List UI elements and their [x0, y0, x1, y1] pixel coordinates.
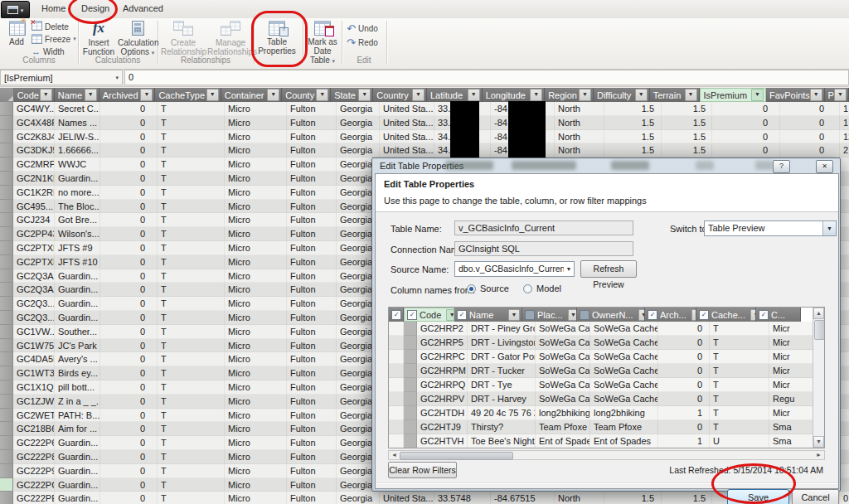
cell-code[interactable]: GC222PC: [13, 478, 55, 492]
cell-name[interactable]: Guardin...: [55, 492, 100, 504]
column-header-state[interactable]: State▼: [331, 88, 373, 102]
cell-code[interactable]: GC4DA5E: [13, 352, 55, 366]
cell-p[interactable]: [840, 241, 849, 255]
preview-row[interactable]: GC2HRPCDRT - Gator PondSoWeGa Ca...SoWeG…: [389, 350, 824, 364]
scrollbar-thumb[interactable]: [400, 452, 513, 460]
row-header[interactable]: [0, 366, 13, 380]
cell-container[interactable]: Micro: [225, 492, 287, 504]
row-header[interactable]: [0, 213, 13, 227]
row-header[interactable]: [0, 409, 13, 423]
cell-p[interactable]: 12: [840, 130, 849, 144]
cell-code[interactable]: GC2PP43: [13, 227, 55, 241]
row-header[interactable]: [0, 352, 13, 366]
cell-cachetype[interactable]: T: [158, 102, 225, 116]
preview-cell[interactable]: SoWeGa Ca...: [536, 350, 590, 364]
cell-archived[interactable]: 0: [100, 311, 158, 325]
preview-cell[interactable]: T: [710, 378, 769, 392]
cell-region[interactable]: North: [555, 116, 604, 130]
cell-county[interactable]: Fulton: [287, 325, 337, 339]
preview-row[interactable]: GC2HRPMDRT - TuckerSoWeGa Ca...SoWeGa Ca…: [389, 364, 824, 378]
cell-name[interactable]: Birds ey...: [55, 366, 100, 380]
filter-dropdown-icon[interactable]: ▼: [40, 89, 52, 101]
scroll-right-icon[interactable]: ►: [813, 451, 824, 459]
preview-cell[interactable]: Micr: [769, 350, 814, 364]
preview-vertical-scrollbar[interactable]: ▲ ▼: [813, 308, 824, 448]
cell-archived[interactable]: 0: [100, 380, 158, 395]
preview-cell[interactable]: Team Pfoxe: [590, 420, 658, 434]
cell-name[interactable]: Guardin...: [55, 172, 100, 186]
row-header[interactable]: [0, 172, 13, 186]
add-column-button[interactable]: ✳ Add: [3, 21, 30, 46]
cell-name[interactable]: Guardin...: [55, 297, 100, 311]
cell-archived[interactable]: 0: [100, 269, 158, 284]
radio-model[interactable]: Model: [523, 284, 561, 293]
cell-p[interactable]: [840, 213, 849, 227]
preview-cell[interactable]: T: [710, 322, 769, 336]
cell-p[interactable]: [840, 227, 849, 241]
cell-county[interactable]: Fulton: [287, 436, 337, 450]
row-header[interactable]: [0, 186, 13, 200]
insert-function-button[interactable]: fx Insert Function: [80, 21, 117, 56]
preview-cell[interactable]: 1: [658, 434, 710, 448]
cell-code[interactable]: GC4X48F: [13, 116, 55, 130]
refresh-preview-button[interactable]: Refresh Preview: [580, 260, 637, 278]
cell-p[interactable]: [840, 325, 849, 339]
cell-p[interactable]: [840, 297, 849, 311]
cell-container[interactable]: Micro: [225, 130, 287, 144]
cell-p[interactable]: [840, 186, 849, 200]
cell-county[interactable]: Fulton: [287, 464, 337, 478]
preview-row-header[interactable]: [404, 406, 417, 420]
row-header[interactable]: [0, 311, 13, 325]
preview-row[interactable]: GC2HTDH49 20 4c 75 76 2...long2bhikinglo…: [389, 406, 824, 420]
preview-cell[interactable]: Thirsty?: [468, 420, 536, 434]
create-relationship-button[interactable]: Create Relationship: [161, 21, 206, 56]
preview-row-header[interactable]: [404, 392, 417, 406]
preview-row[interactable]: GC2HTJ9Thirsty?Team PfoxeTeam Pfoxe0TSma: [389, 420, 824, 434]
cell-name[interactable]: Aim for ...: [55, 422, 100, 436]
cell-difficulty[interactable]: 1.5: [604, 116, 662, 130]
cell-name[interactable]: Guardin...: [55, 478, 100, 492]
cell-archived[interactable]: 0: [100, 436, 158, 450]
cell-archived[interactable]: 0: [100, 186, 158, 200]
cell-cachetype[interactable]: T: [158, 143, 225, 158]
column-header-p[interactable]: P▼: [825, 88, 849, 102]
cell-container[interactable]: Micro: [225, 311, 287, 325]
preview-row-header[interactable]: [404, 336, 417, 350]
switch-to-dropdown[interactable]: Table Preview ▼: [704, 220, 837, 236]
preview-row[interactable]: GC2HRP5DRT - LivingstoneSoWeGa Ca...SoWe…: [389, 336, 824, 350]
cell-name[interactable]: JC's Park: [55, 339, 100, 353]
cell-code[interactable]: GC2Q3AF: [13, 283, 55, 297]
cell-container[interactable]: Micro: [225, 339, 287, 353]
column-header-country[interactable]: Country▼: [373, 88, 427, 102]
preview-cell[interactable]: U: [710, 434, 769, 448]
cell-cachetype[interactable]: T: [158, 492, 225, 504]
cell-archived[interactable]: 0: [100, 172, 158, 186]
name-box[interactable]: [IsPremium] ▾: [0, 70, 123, 85]
cell-p[interactable]: [840, 478, 849, 492]
preview-row[interactable]: GC2HRP2DRT - Piney Gro...SoWeGa Ca...SoW…: [389, 322, 824, 336]
help-button[interactable]: ?: [773, 160, 790, 173]
cell-name[interactable]: JFTS #10: [55, 255, 100, 269]
preview-cell[interactable]: 0: [658, 364, 710, 378]
cell-container[interactable]: Micro: [225, 478, 287, 492]
cell-name[interactable]: no more...: [55, 186, 100, 200]
cell-container[interactable]: Micro: [225, 366, 287, 380]
cell-county[interactable]: Fulton: [287, 352, 337, 366]
preview-cell[interactable]: T: [710, 364, 769, 378]
cell-name[interactable]: JFTS #9: [55, 241, 100, 255]
cell-cachetype[interactable]: T: [158, 395, 225, 409]
cell-longitude[interactable]: -84.67515: [491, 492, 555, 504]
cell-cachetype[interactable]: T: [158, 158, 225, 172]
cell-name[interactable]: Guardin...: [55, 464, 100, 478]
cell-favpoints[interactable]: 0: [780, 102, 840, 116]
cell-name[interactable]: Wilson's...: [55, 227, 100, 241]
scroll-left-icon[interactable]: ◄: [389, 451, 400, 459]
cell-name[interactable]: Got Bre...: [55, 213, 100, 227]
column-header-latitude[interactable]: Latitude▼: [427, 88, 483, 102]
cell-code[interactable]: GC1ZJWF: [13, 395, 55, 409]
cell-code[interactable]: GC2Q3AE: [13, 269, 55, 284]
row-header[interactable]: [0, 241, 13, 255]
cell-code[interactable]: GC222P6: [13, 436, 55, 450]
row-header[interactable]: [0, 478, 13, 492]
cell-archived[interactable]: 0: [100, 325, 158, 339]
